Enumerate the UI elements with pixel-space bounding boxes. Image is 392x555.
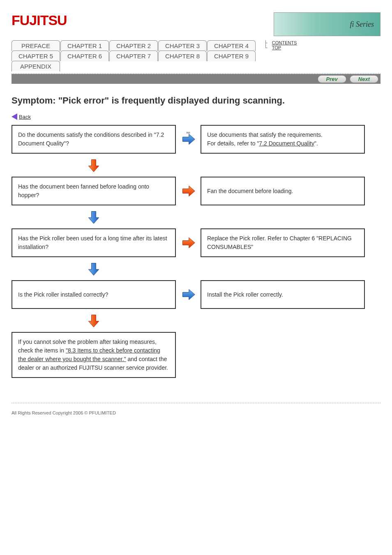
footer-divider — [12, 403, 380, 403]
flow-a2-box: Fan the document before loading. — [201, 177, 365, 205]
flow-a1-suffix: For details, refer to " — [207, 140, 259, 147]
svg-text:No: No — [186, 132, 190, 134]
tab-chapter1[interactable]: CHAPTER 1 — [60, 40, 109, 51]
arrow-down-icon — [86, 158, 101, 173]
flow-q1: Do the documents satisfy the conditions … — [18, 131, 169, 148]
tab-chapter2[interactable]: CHAPTER 2 — [109, 40, 158, 51]
next-button[interactable]: Next — [350, 75, 378, 83]
flow-q2-box: Has the document been fanned before load… — [12, 177, 176, 205]
flow-a1-link[interactable]: 7.2 Document Quality — [259, 140, 314, 147]
flow-q3: Has the Pick roller been used for a long… — [18, 234, 169, 251]
flow-a4: Install the Pick roller correctly. — [207, 290, 358, 299]
tab-chapter3[interactable]: CHAPTER 3 — [158, 40, 207, 51]
arrow-right-icon — [181, 287, 196, 302]
logo-text: FUJITSU — [12, 12, 67, 28]
arrow-down-icon — [86, 210, 101, 224]
back-arrow-icon — [12, 113, 17, 120]
flow-a4-box: Install the Pick roller correctly. — [201, 280, 365, 309]
arrow-down-icon — [86, 261, 101, 276]
tab-chapter6[interactable]: CHAPTER 6 — [60, 51, 109, 61]
contents-link[interactable]: CONTENTS — [272, 40, 297, 45]
banner: fi Series — [274, 12, 380, 36]
arrow-right-icon — [181, 184, 196, 198]
flowchart: Do the documents satisfy the conditions … — [12, 125, 380, 378]
flow-q1-box: Do the documents satisfy the conditions … — [12, 125, 176, 154]
flow-a3-box: Replace the Pick roller. Refer to Chapte… — [201, 228, 365, 257]
flow-a2: Fan the document before loading. — [207, 187, 358, 196]
tab-chapter8[interactable]: CHAPTER 8 — [158, 51, 207, 61]
side-links: ├CONTENTS └TOP — [264, 40, 297, 50]
flow-q4: Is the Pick roller installed correctly? — [18, 290, 169, 299]
arrow-down-icon — [86, 313, 101, 328]
page-title: Symptom: "Pick error" is frequently disp… — [12, 95, 380, 106]
top-link[interactable]: TOP — [272, 45, 281, 50]
tab-appendix[interactable]: APPENDIX — [12, 61, 60, 71]
tab-chapter4[interactable]: CHAPTER 4 — [207, 40, 256, 51]
flow-q4-box: Is the Pick roller installed correctly? — [12, 280, 176, 309]
footer: All Rights Reserved Copyright 2006 © PFU… — [0, 410, 392, 429]
back-link[interactable]: Back — [19, 114, 31, 120]
flow-a1-prefix: Use documents that satisfy the requireme… — [207, 131, 323, 138]
arrow-right-icon: No — [181, 132, 196, 147]
flow-a1-box: Use documents that satisfy the requireme… — [201, 125, 365, 154]
tab-preface[interactable]: PREFACE — [12, 40, 60, 51]
arrow-right-icon — [181, 235, 196, 250]
logo: FUJITSU — [12, 12, 67, 28]
flow-a1-end: ". — [314, 140, 318, 147]
nav-bar: Prev Next — [12, 74, 380, 84]
flow-final-box: If you cannot solve the problem after ta… — [12, 332, 176, 378]
banner-text: fi Series — [350, 20, 374, 29]
footer-copyright: All Rights Reserved Copyright 2006 © PFU… — [12, 410, 380, 417]
tabs: PREFACE CHAPTER 1 CHAPTER 2 CHAPTER 3 CH… — [12, 40, 256, 71]
flow-q3-box: Has the Pick roller been used for a long… — [12, 228, 176, 257]
tab-chapter7[interactable]: CHAPTER 7 — [109, 51, 158, 61]
tab-chapter5[interactable]: CHAPTER 5 — [12, 51, 60, 61]
prev-button[interactable]: Prev — [318, 75, 346, 83]
tab-chapter9[interactable]: CHAPTER 9 — [207, 51, 256, 61]
flow-q2: Has the document been fanned before load… — [18, 182, 169, 200]
flow-a3: Replace the Pick roller. Refer to Chapte… — [207, 234, 358, 251]
